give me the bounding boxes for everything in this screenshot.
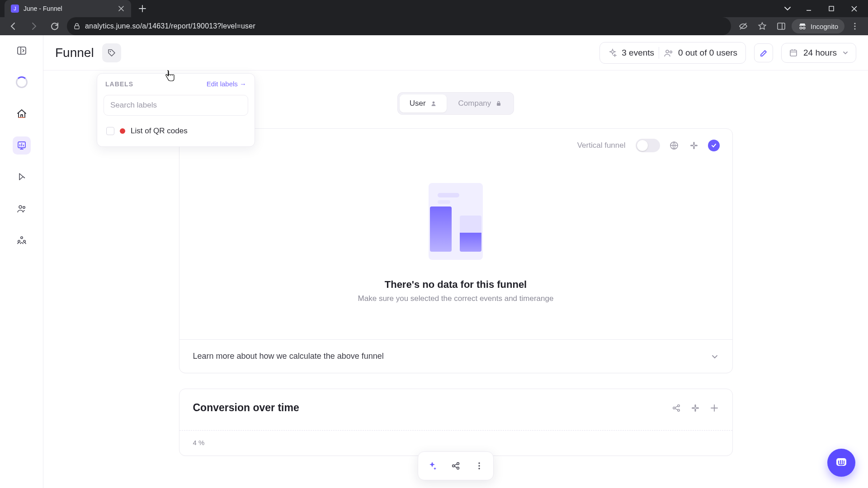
svg-point-13 [18, 240, 19, 242]
timerange-label: 24 hours [803, 48, 837, 58]
svg-point-19 [432, 102, 434, 104]
nav-events[interactable] [13, 168, 31, 186]
chevron-down-icon [711, 352, 719, 361]
svg-rect-0 [829, 6, 834, 11]
address-bar[interactable]: analytics.june.so/a/14631/report/190013?… [67, 17, 731, 35]
nav-home[interactable] [13, 105, 31, 123]
users-icon [664, 48, 674, 58]
label-option-text: List of QR codes [131, 127, 188, 136]
labels-heading: LABELS [105, 80, 133, 88]
edit-report-button[interactable] [754, 43, 773, 62]
events-count: 3 events [622, 48, 654, 58]
svg-point-26 [673, 407, 675, 408]
svg-rect-24 [690, 145, 693, 146]
funnel-card: Vertical funnel There's no data for this… [179, 128, 733, 373]
segment-user[interactable]: User [400, 94, 447, 113]
side-panel-icon[interactable] [773, 18, 790, 35]
svg-point-4 [803, 27, 805, 29]
share-action-button[interactable] [445, 455, 466, 476]
tab-search-icon[interactable] [778, 0, 797, 17]
window-minimize-button[interactable] [798, 0, 819, 17]
verified-check-icon[interactable] [708, 140, 720, 151]
svg-point-3 [800, 27, 802, 29]
level-segmented-control: User Company [397, 92, 514, 115]
nav-companies[interactable] [13, 231, 31, 249]
incognito-badge[interactable]: Incognito [792, 19, 844, 33]
svg-point-11 [23, 206, 25, 209]
svg-rect-32 [696, 407, 699, 408]
labels-popover: LABELS Edit labels → List of QR codes [97, 73, 255, 147]
calendar-icon [789, 48, 798, 57]
svg-rect-31 [692, 407, 695, 408]
svg-point-17 [670, 51, 672, 53]
svg-point-7 [854, 28, 855, 29]
slack-icon[interactable] [691, 404, 700, 413]
svg-rect-23 [693, 146, 694, 149]
learn-more-row[interactable]: Learn more about how we calculate the ab… [179, 339, 732, 373]
ai-sparkle-button[interactable] [422, 455, 443, 476]
empty-subtitle: Make sure you selected the correct event… [358, 294, 554, 303]
svg-point-10 [19, 206, 22, 208]
lock-icon [73, 23, 80, 30]
edit-labels-link[interactable]: Edit labels → [207, 80, 246, 88]
lock-icon [495, 100, 502, 107]
svg-point-14 [23, 240, 25, 242]
events-users-summary[interactable]: 3 events 0 out of 0 users [599, 42, 746, 64]
svg-point-38 [478, 468, 480, 469]
nav-forward-button[interactable] [25, 18, 42, 35]
slack-icon[interactable] [688, 140, 700, 151]
svg-rect-1 [75, 26, 79, 29]
timerange-picker[interactable]: 24 hours [781, 43, 856, 63]
funnel-empty-state: There's no data for this funnel Make sur… [179, 152, 732, 321]
app-viewport: Funnel 3 events 0 out of 0 users [0, 35, 868, 488]
svg-rect-25 [694, 145, 698, 146]
browser-menu-icon[interactable] [846, 18, 863, 35]
globe-icon[interactable] [668, 140, 680, 151]
nav-reports[interactable] [13, 136, 31, 155]
learn-more-text: Learn more about how we calculate the ab… [193, 352, 384, 361]
more-menu-button[interactable] [469, 455, 490, 476]
labels-trigger-button[interactable] [102, 43, 121, 62]
page-title: Funnel [55, 46, 94, 60]
svg-point-5 [854, 23, 855, 24]
incognito-label: Incognito [811, 23, 838, 30]
bookmark-star-icon[interactable] [754, 18, 771, 35]
label-option[interactable]: List of QR codes [102, 122, 250, 140]
labels-search-input[interactable] [104, 95, 248, 116]
share-icon[interactable] [672, 404, 681, 413]
browser-titlebar: J June - Funnel [0, 0, 868, 17]
vertical-funnel-toggle[interactable] [636, 139, 660, 152]
nav-reload-button[interactable] [46, 18, 63, 35]
empty-title: There's no data for this funnel [385, 279, 527, 291]
add-button[interactable] [710, 404, 719, 413]
browser-tab[interactable]: J June - Funnel [5, 0, 131, 17]
eye-off-icon[interactable] [735, 18, 752, 35]
conversion-title: Conversion over time [193, 402, 299, 414]
favicon-icon: J [11, 5, 19, 13]
svg-rect-2 [778, 23, 785, 29]
separator [659, 47, 659, 59]
window-maximize-button[interactable] [821, 0, 842, 17]
user-icon [430, 100, 437, 107]
new-tab-button[interactable] [135, 1, 150, 16]
segment-company[interactable]: Company [448, 94, 512, 113]
tab-title: June - Funnel [24, 5, 113, 12]
left-nav-rail [0, 35, 43, 488]
svg-rect-8 [18, 47, 26, 54]
nav-back-button[interactable] [5, 18, 22, 35]
svg-rect-29 [694, 404, 696, 408]
svg-rect-18 [790, 50, 797, 56]
svg-point-15 [109, 51, 111, 52]
collapse-sidebar-button[interactable] [13, 42, 31, 60]
svg-point-12 [20, 237, 22, 239]
empty-illustration [429, 183, 483, 260]
sparkle-icon [608, 48, 617, 57]
nav-users[interactable] [13, 200, 31, 218]
tab-close-icon[interactable] [118, 5, 125, 12]
conversion-card: Conversion over time 4 % [179, 389, 733, 456]
svg-point-16 [666, 50, 669, 53]
loading-spinner-icon [13, 73, 31, 91]
checkbox-icon[interactable] [106, 127, 114, 135]
window-close-button[interactable] [844, 0, 864, 17]
intercom-chat-button[interactable] [827, 449, 855, 477]
